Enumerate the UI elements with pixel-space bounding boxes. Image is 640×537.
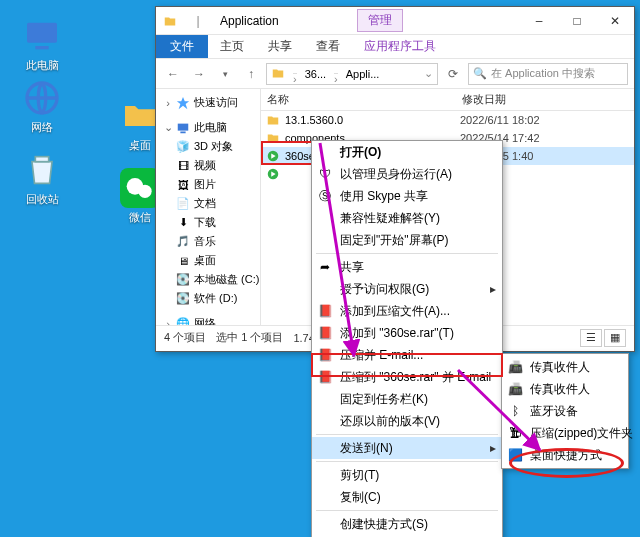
nav-up-button[interactable]: ↑ xyxy=(240,63,262,85)
menu-item-label: 共享 xyxy=(340,259,364,276)
menu-item-label: 添加到压缩文件(A)... xyxy=(340,303,450,320)
menu-item[interactable]: 还原以前的版本(V) xyxy=(312,410,502,432)
svg-rect-0 xyxy=(27,23,57,43)
menu-item[interactable]: 📕添加到压缩文件(A)... xyxy=(312,300,502,322)
submenu-item[interactable]: 🗜压缩(zipped)文件夹 xyxy=(502,422,628,444)
fax-icon: 📠 xyxy=(506,380,524,398)
titlebar: | Application 管理 – □ ✕ xyxy=(156,7,634,35)
view-icons-button[interactable]: ▦ xyxy=(604,329,626,347)
crumb[interactable]: Appli... xyxy=(346,68,380,80)
submenu-item[interactable]: ᛒ蓝牙设备 xyxy=(502,400,628,422)
ribbon: 文件 主页 共享 查看 应用程序工具 xyxy=(156,35,634,59)
menu-item[interactable]: 兼容性疑难解答(Y) xyxy=(312,207,502,229)
search-placeholder: 在 Application 中搜索 xyxy=(491,66,595,81)
folder-icon xyxy=(120,96,160,136)
sidebar-item-pictures[interactable]: 🖼图片 xyxy=(156,175,260,194)
column-name[interactable]: 名称 xyxy=(261,92,456,107)
sidebar-item-music[interactable]: 🎵音乐 xyxy=(156,232,260,251)
sendto-submenu: 📠传真收件人📠传真收件人ᛒ蓝牙设备🗜压缩(zipped)文件夹🟦桌面快捷方式 xyxy=(501,353,629,469)
chevron-right-icon: ▸ xyxy=(490,282,496,296)
folder-icon xyxy=(265,112,281,128)
minimize-button[interactable]: – xyxy=(520,7,558,35)
view-details-button[interactable]: ☰ xyxy=(580,329,602,347)
nav-forward-button[interactable]: → xyxy=(188,63,210,85)
column-headers: 名称 修改日期 xyxy=(261,89,634,111)
rar-icon: 📕 xyxy=(316,368,334,386)
sidebar-quickaccess[interactable]: ›快速访问 xyxy=(156,93,260,112)
svg-rect-7 xyxy=(178,123,189,130)
network-icon xyxy=(22,78,62,118)
menu-item-label: 固定到任务栏(K) xyxy=(340,391,428,408)
menu-item-label: 使用 Skype 共享 xyxy=(340,188,428,205)
desktop-icon-thispc[interactable]: 此电脑 xyxy=(12,16,72,73)
file-date: 2022/6/11 18:02 xyxy=(460,114,634,126)
close-button[interactable]: ✕ xyxy=(596,7,634,35)
ribbon-file[interactable]: 文件 xyxy=(156,35,208,58)
sidebar-item-drive-d[interactable]: 💽软件 (D:) xyxy=(156,289,260,308)
menu-item-label: 压缩到 "360se.rar" 并 E-mail xyxy=(340,369,491,386)
menu-item[interactable]: 授予访问权限(G)▸ xyxy=(312,278,502,300)
menu-item[interactable]: 发送到(N)▸ xyxy=(312,437,502,459)
search-box[interactable]: 🔍 在 Application 中搜索 xyxy=(468,63,628,85)
ribbon-tab-share[interactable]: 共享 xyxy=(256,35,304,58)
menu-item-label: 兼容性疑难解答(Y) xyxy=(340,210,440,227)
sidebar-item-drive-c[interactable]: 💽本地磁盘 (C:) xyxy=(156,270,260,289)
menu-item-label: 固定到"开始"屏幕(P) xyxy=(340,232,449,249)
wechat-icon xyxy=(120,168,160,208)
file-row[interactable]: 13.1.5360.02022/6/11 18:02 xyxy=(261,111,634,129)
menu-item[interactable]: 打开(O) xyxy=(312,141,502,163)
folder-icon xyxy=(271,66,285,82)
ribbon-tab-apptools[interactable]: 应用程序工具 xyxy=(352,35,448,58)
status-count: 4 个项目 xyxy=(164,330,206,345)
menu-item-label: 添加到 "360se.rar"(T) xyxy=(340,325,454,342)
svg-rect-8 xyxy=(180,131,185,133)
sidebar-item-documents[interactable]: 📄文档 xyxy=(156,194,260,213)
svg-rect-1 xyxy=(35,46,48,49)
menu-item[interactable]: 创建快捷方式(S) xyxy=(312,513,502,535)
crumb[interactable]: 36... xyxy=(305,68,326,80)
maximize-button[interactable]: □ xyxy=(558,7,596,35)
menu-item[interactable]: Ⓢ使用 Skype 共享 xyxy=(312,185,502,207)
sidebar-item-desktop[interactable]: 🖥桌面 xyxy=(156,251,260,270)
menu-item[interactable]: 剪切(T) xyxy=(312,464,502,486)
menu-item[interactable]: 固定到"开始"屏幕(P) xyxy=(312,229,502,251)
zip-icon: 🗜 xyxy=(506,424,524,442)
sidebar-item-3dobjects[interactable]: 🧊3D 对象 xyxy=(156,137,260,156)
ribbon-tab-home[interactable]: 主页 xyxy=(208,35,256,58)
exe-icon xyxy=(265,148,281,164)
context-menu: 打开(O)🛡以管理员身份运行(A)Ⓢ使用 Skype 共享兼容性疑难解答(Y)固… xyxy=(311,140,503,537)
menu-item[interactable]: ➦共享 xyxy=(312,256,502,278)
submenu-item[interactable]: 📠传真收件人 xyxy=(502,378,628,400)
desktop-icon-label: 微信 xyxy=(129,210,151,225)
sidebar-thispc[interactable]: ⌄此电脑 xyxy=(156,118,260,137)
submenu-item-label: 压缩(zipped)文件夹 xyxy=(530,425,633,442)
sidebar-item-downloads[interactable]: ⬇下载 xyxy=(156,213,260,232)
menu-item[interactable]: 📕压缩并 E-mail... xyxy=(312,344,502,366)
menu-item[interactable]: 📕压缩到 "360se.rar" 并 E-mail xyxy=(312,366,502,388)
search-icon: 🔍 xyxy=(473,67,487,80)
nav-back-button[interactable]: ← xyxy=(162,63,184,85)
desk-icon: 🟦 xyxy=(506,446,524,464)
menu-item-label: 授予访问权限(G) xyxy=(340,281,429,298)
submenu-item-label: 传真收件人 xyxy=(530,381,590,398)
chevron-right-icon: ▸ xyxy=(490,441,496,455)
menu-item[interactable]: 固定到任务栏(K) xyxy=(312,388,502,410)
refresh-button[interactable]: ⟳ xyxy=(442,63,464,85)
sidebar-item-videos[interactable]: 🎞视频 xyxy=(156,156,260,175)
ribbon-tab-view[interactable]: 查看 xyxy=(304,35,352,58)
file-name: 13.1.5360.0 xyxy=(285,114,460,126)
desktop-icon-recyclebin[interactable]: 回收站 xyxy=(12,150,72,207)
menu-item[interactable]: 📕添加到 "360se.rar"(T) xyxy=(312,322,502,344)
menu-item[interactable]: 🛡以管理员身份运行(A) xyxy=(312,163,502,185)
column-date[interactable]: 修改日期 xyxy=(456,92,634,107)
submenu-item[interactable]: 📠传真收件人 xyxy=(502,356,628,378)
crumb-dropdown-icon[interactable]: ⌄ xyxy=(424,67,433,80)
desktop-icon-network[interactable]: 网络 xyxy=(12,78,72,135)
submenu-item[interactable]: 🟦桌面快捷方式 xyxy=(502,444,628,466)
sidebar-network[interactable]: ›🌐网络 xyxy=(156,314,260,325)
submenu-item-label: 传真收件人 xyxy=(530,359,590,376)
context-tab-manage[interactable]: 管理 xyxy=(357,9,403,32)
breadcrumb[interactable]: › 36... › Appli... ⌄ xyxy=(266,63,438,85)
nav-recent-button[interactable]: ▾ xyxy=(214,63,236,85)
menu-item[interactable]: 复制(C) xyxy=(312,486,502,508)
